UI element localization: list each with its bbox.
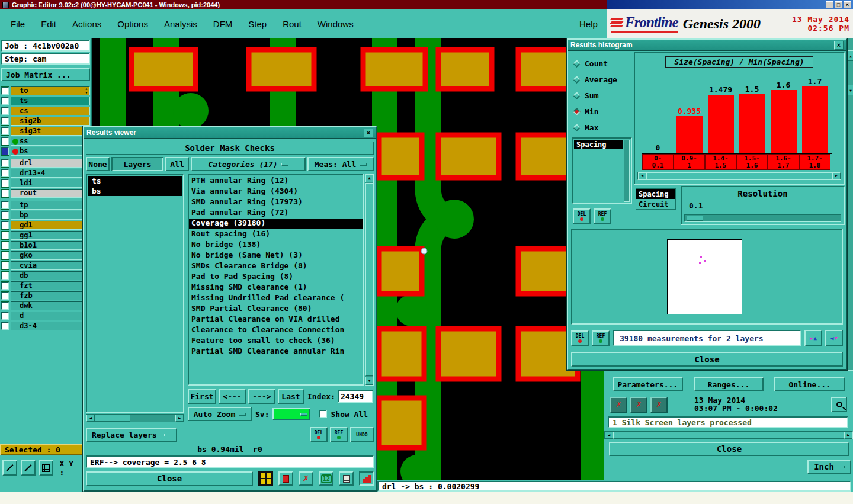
count-badge-button[interactable]: 12 (319, 471, 333, 486)
layer-row-gg1[interactable]: gg1 (1, 230, 91, 240)
prev-button[interactable]: <--- (219, 389, 246, 404)
show-all-checkbox[interactable] (319, 410, 327, 418)
ref-button[interactable]: REF (330, 427, 348, 442)
category-item[interactable]: Missing Undrilled Pad clearance ( (189, 293, 363, 304)
next-button[interactable]: ---> (248, 389, 275, 404)
discard-button[interactable]: ✗ (299, 471, 313, 486)
units-dropdown[interactable]: Inch (807, 460, 851, 474)
histogram-horizontal-scrollbar[interactable]: ◀ ▶ (637, 172, 841, 180)
radio-icon[interactable] (573, 124, 581, 131)
histogram-close-icon[interactable]: × (834, 41, 844, 50)
tile-view-button[interactable] (258, 471, 273, 486)
undo-button[interactable]: UNDO (350, 427, 374, 442)
category-item[interactable]: Pad annular Ring (72) (189, 208, 363, 219)
filter-all-button[interactable]: All (165, 157, 189, 171)
layer-row-db[interactable]: db (1, 271, 91, 280)
resolution-slider[interactable] (684, 214, 841, 222)
replace-layers-dropdown[interactable]: Replace layers (86, 428, 177, 442)
radio-average[interactable]: Average (574, 72, 617, 88)
maximize-button[interactable]: □ (835, 1, 842, 8)
histogram-titlebar[interactable]: Results histogram × (568, 40, 846, 51)
measure-tool-button[interactable] (2, 460, 17, 476)
scroll-up-icon[interactable]: ▲ (365, 174, 373, 182)
layer-checkbox[interactable] (1, 107, 9, 115)
radio-icon[interactable] (573, 92, 581, 99)
category-item[interactable]: Rout spacing (16) (189, 229, 363, 240)
radio-sum[interactable]: Sum (574, 88, 617, 104)
menu-edit[interactable]: Edit (41, 19, 56, 29)
menu-help[interactable]: Help (579, 19, 598, 29)
results-viewer-close-button[interactable]: Close (86, 471, 253, 486)
layer-checkbox[interactable] (1, 221, 9, 229)
category-item[interactable]: Pad to Pad Spacing (8) (189, 272, 363, 283)
layer-list-item[interactable]: bs (88, 186, 182, 196)
layer-spinner-icon[interactable]: ▴▾ (85, 87, 88, 95)
last-button[interactable]: Last (278, 389, 304, 404)
scrollbar-thumb[interactable] (646, 172, 832, 179)
scrollbar-thumb[interactable] (95, 415, 130, 422)
parameters-button[interactable]: Parameters... (613, 377, 683, 391)
lay-checkbox[interactable] (1, 117, 9, 125)
layer-checkbox[interactable] (1, 127, 9, 135)
menu-analysis[interactable]: Analysis (164, 19, 197, 29)
categories-vertical-scrollbar[interactable]: ▲ ▼ (365, 174, 374, 386)
layer-checkbox[interactable] (1, 147, 9, 155)
category-item[interactable]: No bridge (Same Net) (3) (189, 251, 363, 261)
del-button[interactable]: DEL (571, 330, 589, 346)
layer-row-b1o1[interactable]: b1o1 (1, 240, 91, 250)
layer-checkbox[interactable] (1, 179, 9, 187)
layer-checkbox[interactable] (1, 201, 9, 209)
layer-checkbox[interactable] (1, 211, 9, 219)
layer-checkbox[interactable] (1, 292, 9, 300)
menu-dfm[interactable]: DFM (213, 19, 233, 29)
layer-row-cvia[interactable]: cvia (1, 261, 91, 270)
radio-icon[interactable] (573, 60, 581, 68)
menu-rout[interactable]: Rout (283, 19, 302, 29)
category-item[interactable]: Partial Clearance on VIA drilled (189, 314, 363, 325)
categories-dropdown[interactable]: Categories (17) (191, 157, 306, 171)
result-preview-panel[interactable] (571, 229, 843, 325)
canvas-vertical-scrollbar[interactable]: ▲ ▼ (847, 38, 853, 370)
layer-row-fzb[interactable]: fzb (1, 291, 91, 300)
ranges-button[interactable]: Ranges... (694, 377, 764, 391)
layer-checkbox[interactable] (1, 190, 9, 197)
radio-min[interactable]: Min (574, 104, 617, 120)
category-item[interactable]: Via annular Ring (4304) (189, 187, 363, 197)
scroll-left-icon[interactable]: ◀ (86, 415, 95, 422)
radio-selected-icon[interactable] (573, 108, 581, 115)
measure-list-scrollbar[interactable] (624, 140, 630, 202)
background-window-titlebar[interactable]: _ □ × (607, 0, 853, 9)
layer-row-sig2b[interactable]: sig2b (1, 116, 91, 126)
scroll-right-icon[interactable]: ▶ (175, 415, 184, 422)
category-item[interactable]: Missing SMD clearance (1) (189, 283, 363, 293)
layer-row-bs[interactable]: bs (1, 146, 91, 156)
results-viewer-close-icon[interactable]: × (364, 129, 373, 137)
category-item[interactable]: PTH annular Ring (12) (189, 176, 363, 187)
layer-row-bp[interactable]: bp (1, 210, 91, 220)
filter-none-button[interactable]: None (86, 157, 110, 171)
scrollbar-thumb[interactable] (613, 432, 844, 439)
index-input[interactable]: 24349 (338, 390, 373, 403)
snap-tool-button[interactable] (21, 460, 36, 476)
menu-file[interactable]: File (11, 19, 25, 29)
layer-checkbox[interactable] (1, 282, 9, 290)
layer-row-dr13-4[interactable]: dr13-4 (1, 168, 91, 178)
layer-checkbox[interactable] (1, 232, 9, 239)
severity-color-swatch[interactable] (272, 408, 310, 420)
layer-row-gd1[interactable]: gd1 (1, 220, 91, 230)
layer-row-tp[interactable]: tp (1, 200, 91, 210)
category-item[interactable]: SMDs Clearance Bridge (8) (189, 261, 363, 272)
layer-row-ldi[interactable]: ldi (1, 178, 91, 188)
sub-list-item[interactable]: Circuit (636, 199, 675, 209)
process-horizontal-scrollbar[interactable]: ◀ ▶ (604, 431, 853, 439)
sub-list-item[interactable]: Spacing (636, 189, 675, 199)
category-item-selected[interactable]: Coverage (39180) (189, 219, 363, 229)
measure-list-item[interactable]: Spacing (574, 140, 623, 149)
ref-button[interactable]: REF (592, 330, 610, 346)
slider-thumb[interactable] (687, 216, 703, 221)
menu-actions[interactable]: Actions (72, 19, 101, 29)
ref-button[interactable]: REF (594, 208, 611, 224)
analysis-tool-button-2[interactable]: ✗ (630, 397, 647, 413)
layer-checkbox[interactable] (1, 272, 9, 280)
layer-list-item[interactable]: ts (88, 176, 182, 186)
